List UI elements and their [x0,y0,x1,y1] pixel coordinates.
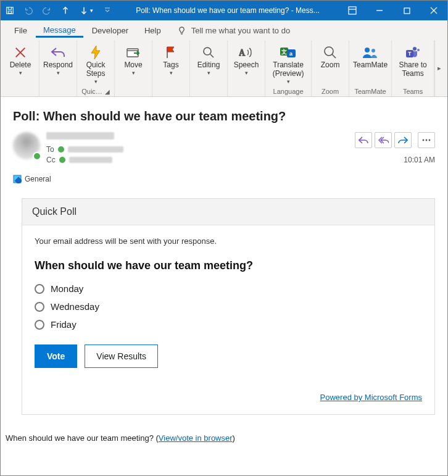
teammate-label: TeamMate [353,61,388,70]
svg-rect-2 [349,7,356,14]
powered-by-link[interactable]: Powered by Microsoft Forms [320,393,422,402]
delete-button[interactable]: Delete ▾ [6,43,35,76]
svg-point-18 [423,140,425,141]
ribbon-display-icon[interactable] [339,1,366,20]
flag-icon [160,44,181,61]
sender-block: To Cc [46,132,355,166]
lightbulb-icon [177,26,186,35]
svg-point-14 [413,47,417,51]
ribbon-group-zoom: Zoom Zoom [312,40,349,96]
move-button[interactable]: Move ▾ [118,43,148,76]
to-recipient [68,146,123,152]
svg-point-13 [371,49,375,52]
teammate-group-label: TeamMate [354,88,386,95]
ribbon-scroll-right-icon[interactable]: ▸ [434,40,443,96]
speech-button[interactable]: A Speech ▾ [231,43,261,76]
lightning-icon [85,44,106,61]
svg-point-15 [417,49,420,51]
editing-label: Editing [197,61,220,70]
tell-me-search[interactable]: Tell me what you want to do [177,26,290,35]
poll-option[interactable]: Friday [35,315,422,333]
zoom-label: Zoom [321,61,340,70]
more-actions-button[interactable] [418,132,435,148]
svg-point-11 [325,47,333,56]
minimize-icon[interactable] [366,1,393,20]
redo-icon[interactable] [38,1,56,20]
reply-icon [48,44,68,61]
menu-developer[interactable]: Developer [85,23,136,38]
next-item-icon[interactable]: ▾ [75,1,98,20]
message-area: Poll: When should we have our team meeti… [1,97,447,188]
save-icon[interactable] [1,1,19,20]
previous-item-icon[interactable] [56,1,75,20]
presence-indicator [33,152,41,161]
share-to-teams-button[interactable]: T Share to Teams [396,43,430,78]
poll-option-label: Friday [51,319,77,330]
svg-rect-1 [8,11,11,14]
title-bar: ▾ Poll: When should we have our team mee… [1,1,447,20]
respond-label: Respond [43,61,73,70]
ribbon: Delete ▾ Respond ▾ Quick Steps▾ [1,40,447,97]
svg-rect-3 [404,8,410,14]
zoom-icon [320,44,341,61]
folder-move-icon [123,44,144,61]
find-icon [198,44,219,61]
svg-rect-0 [7,7,14,14]
undo-icon[interactable] [19,1,38,20]
reply-all-button[interactable] [375,132,392,148]
language-group-label: Language [273,88,304,95]
sender-avatar[interactable] [13,132,40,159]
ribbon-group-speech: A Speech ▾ [228,40,265,96]
forward-button[interactable] [394,132,412,148]
close-icon[interactable] [420,1,447,20]
people-icon [360,44,381,61]
ribbon-group-tags: Tags ▾ [152,40,190,96]
view-in-browser-link[interactable]: View/vote in browser [159,433,233,443]
teams-icon: T [402,44,423,61]
svg-point-19 [426,140,428,141]
poll-question: When should we have our team meeting? [35,259,422,272]
poll-option[interactable]: Wednesday [35,298,422,315]
ribbon-group-respond: Respond ▾ [39,40,77,96]
presence-icon [59,157,65,163]
quicksteps-button[interactable]: Quick Steps▾ [81,43,110,85]
menu-bar: File Message Developer Help Tell me what… [1,20,447,40]
message-actions [355,132,435,148]
ribbon-group-teammate: TeamMate TeamMate [349,40,392,96]
poll-card: Quick Poll Your email address will be se… [22,198,435,415]
tags-label: Tags [163,61,178,70]
vote-button[interactable]: Vote [35,344,77,368]
tags-button[interactable]: Tags ▾ [156,43,186,76]
qat-customize-icon[interactable] [98,1,117,20]
teams-group-label: Teams [403,88,423,95]
category-color-icon [13,175,22,183]
to-label: To [46,145,54,154]
delete-label: Delete [10,61,31,70]
poll-option-label: Monday [51,283,83,294]
menu-message[interactable]: Message [36,23,83,38]
poll-header: Quick Poll [22,199,434,225]
menu-file[interactable]: File [7,23,35,38]
reply-button[interactable] [355,132,372,148]
editing-button[interactable]: Editing ▾ [194,43,223,76]
translate-label: Translate (Preview) [273,61,304,78]
respond-button[interactable]: Respond ▾ [43,43,73,76]
maximize-icon[interactable] [393,1,420,20]
quicksteps-label: Quick Steps [86,61,106,78]
tell-me-label: Tell me what you want to do [191,26,290,35]
cc-row: Cc [46,156,355,164]
zoom-button[interactable]: Zoom [315,43,345,70]
cc-label: Cc [46,156,56,164]
quicksteps-group-label: Quic… [81,88,102,95]
teammate-button[interactable]: TeamMate [353,43,388,70]
menu-help[interactable]: Help [137,23,168,38]
ribbon-group-delete: Delete ▾ [2,40,39,96]
svg-text:文: 文 [281,49,287,55]
sender-name [46,132,114,140]
category-tag[interactable]: General [13,175,435,183]
view-results-button[interactable]: View Results [85,344,158,368]
translate-button[interactable]: 文a Translate (Preview)▾ [269,43,307,85]
dialog-launcher-icon[interactable]: ◢ [105,88,110,95]
svg-point-20 [429,140,431,141]
poll-option[interactable]: Monday [35,280,422,298]
